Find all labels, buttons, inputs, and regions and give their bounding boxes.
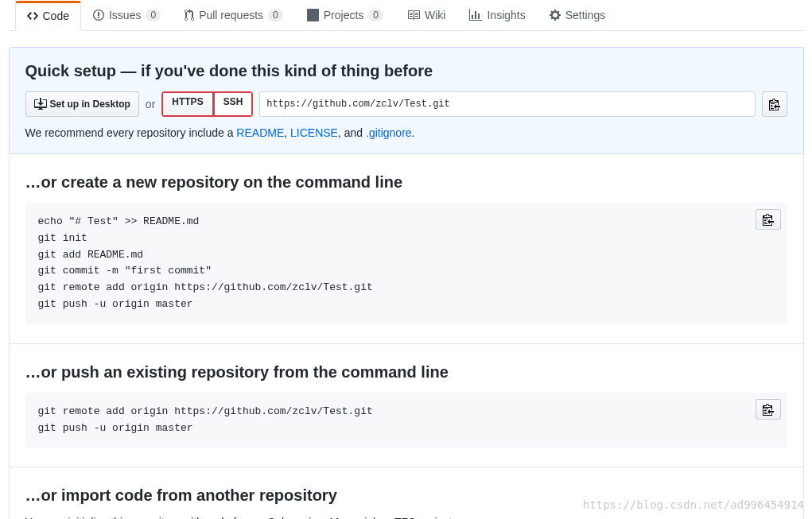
create-repo-title: …or create a new repository on the comma…	[25, 173, 787, 192]
pull-request-icon	[185, 9, 194, 21]
book-icon	[407, 9, 420, 21]
gitignore-link[interactable]: .gitignore	[366, 126, 412, 139]
readme-link[interactable]: README	[236, 126, 284, 139]
issues-count: 0	[146, 9, 161, 21]
or-text: or	[146, 98, 155, 110]
tab-issues[interactable]: Issues 0	[81, 0, 173, 30]
recommend-text: We recommend every repository include a …	[25, 126, 787, 139]
pulls-count: 0	[268, 9, 283, 21]
tab-code-label: Code	[43, 10, 69, 22]
clipboard-icon	[763, 403, 774, 416]
import-repo-section: …or import code from another repository …	[10, 467, 803, 519]
protocol-switch: HTTPS SSH	[161, 91, 253, 117]
tab-settings[interactable]: Settings	[538, 0, 618, 30]
tab-projects[interactable]: Projects 0	[295, 0, 395, 30]
desktop-download-icon	[34, 98, 47, 110]
code-icon	[27, 10, 38, 22]
ssh-button[interactable]: SSH	[213, 91, 254, 117]
setup-desktop-button[interactable]: Set up in Desktop	[25, 91, 139, 117]
tab-insights[interactable]: Insights	[457, 0, 537, 30]
license-link[interactable]: LICENSE	[290, 126, 338, 139]
create-code-wrap: echo "# Test" >> README.md git init git …	[25, 203, 787, 324]
clipboard-icon	[763, 213, 774, 226]
projects-count: 0	[368, 9, 383, 21]
create-repo-section: …or create a new repository on the comma…	[10, 154, 803, 344]
copy-url-button[interactable]	[762, 91, 787, 117]
tab-code[interactable]: Code	[15, 1, 81, 31]
tab-pulls-label: Pull requests	[199, 9, 263, 21]
create-repo-code[interactable]: echo "# Test" >> README.md git init git …	[25, 203, 787, 324]
https-button[interactable]: HTTPS	[161, 91, 213, 117]
tab-pulls[interactable]: Pull requests 0	[173, 0, 295, 30]
tab-wiki-label: Wiki	[425, 9, 445, 21]
clone-url-row: Set up in Desktop or HTTPS SSH	[25, 91, 787, 117]
push-code-wrap: git remote add origin https://github.com…	[25, 393, 787, 448]
clone-url-input[interactable]	[259, 91, 755, 117]
push-repo-title: …or push an existing repository from the…	[25, 363, 787, 382]
copy-create-button[interactable]	[756, 209, 781, 230]
setup-sections: …or create a new repository on the comma…	[9, 154, 804, 519]
setup-desktop-label: Set up in Desktop	[50, 96, 130, 112]
graph-icon	[469, 9, 482, 21]
quick-setup-title: Quick setup — if you've done this kind o…	[25, 62, 787, 80]
tab-settings-label: Settings	[565, 9, 606, 21]
tab-issues-label: Issues	[109, 9, 141, 21]
import-repo-title: …or import code from another repository	[25, 486, 787, 505]
push-repo-section: …or push an existing repository from the…	[10, 344, 803, 468]
copy-push-button[interactable]	[756, 399, 781, 420]
push-repo-code[interactable]: git remote add origin https://github.com…	[25, 393, 787, 448]
clipboard-icon	[769, 98, 780, 110]
import-repo-desc: You can initialize this repository with …	[25, 516, 787, 519]
issue-icon	[93, 9, 104, 21]
tab-wiki[interactable]: Wiki	[395, 0, 457, 30]
gear-icon	[550, 9, 561, 21]
quick-setup-box: Quick setup — if you've done this kind o…	[9, 47, 804, 154]
tab-insights-label: Insights	[487, 9, 525, 21]
tab-projects-label: Projects	[324, 9, 364, 21]
project-icon	[307, 9, 319, 21]
repo-tabnav: Code Issues 0 Pull requests 0 Projects 0…	[9, 0, 804, 31]
